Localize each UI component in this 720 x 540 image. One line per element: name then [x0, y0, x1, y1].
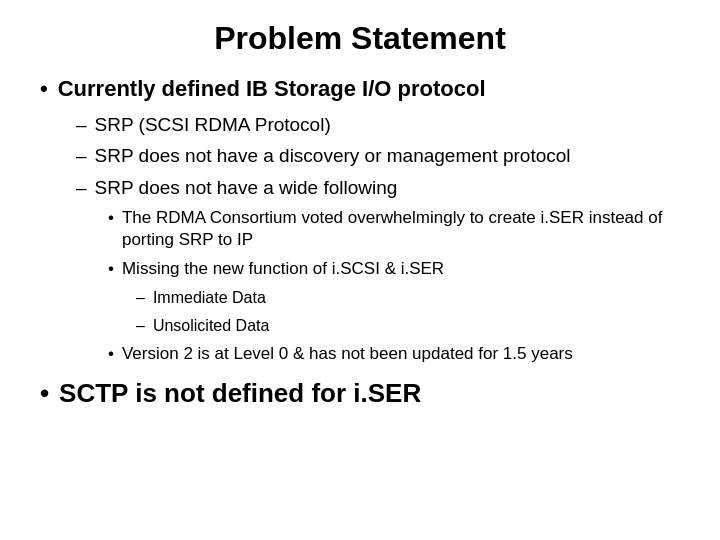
- dash-icon: –: [136, 315, 145, 337]
- list-item-text: Currently defined IB Storage I/O protoco…: [58, 75, 486, 104]
- list-item: – SRP (SCSI RDMA Protocol): [76, 112, 680, 138]
- list-item-text: The RDMA Consortium voted overwhelmingly…: [122, 207, 680, 253]
- list-item: • SCTP is not defined for i.SER: [40, 377, 680, 411]
- list-item-text: SCTP is not defined for i.SER: [59, 377, 421, 411]
- bullet-icon: •: [108, 258, 114, 281]
- list-item-text: SRP does not have a wide following: [95, 175, 398, 201]
- list-item: – SRP does not have a discovery or manag…: [76, 143, 680, 169]
- list-item-text: Immediate Data: [153, 287, 266, 309]
- list-item: – SRP does not have a wide following: [76, 175, 680, 201]
- list-item-text: Missing the new function of i.SCSI & i.S…: [122, 258, 444, 281]
- list-item: • Version 2 is at Level 0 & has not been…: [108, 343, 680, 366]
- slide-title: Problem Statement: [40, 20, 680, 57]
- dash-icon: –: [76, 112, 87, 138]
- list-item: – Unsolicited Data: [136, 315, 680, 337]
- list-item-text: SRP (SCSI RDMA Protocol): [95, 112, 331, 138]
- list-item: • Missing the new function of i.SCSI & i…: [108, 258, 680, 281]
- list-item-text: SRP does not have a discovery or managem…: [95, 143, 571, 169]
- dash-icon: –: [136, 287, 145, 309]
- bullet-icon: •: [108, 207, 114, 230]
- list-item: • Currently defined IB Storage I/O proto…: [40, 75, 680, 104]
- slide: Problem Statement • Currently defined IB…: [0, 0, 720, 540]
- list-item-text: Unsolicited Data: [153, 315, 270, 337]
- list-item-text: Version 2 is at Level 0 & has not been u…: [122, 343, 573, 366]
- bullet-icon: •: [40, 377, 49, 411]
- bullet-icon: •: [40, 75, 48, 104]
- bullet-icon: •: [108, 343, 114, 366]
- dash-icon: –: [76, 175, 87, 201]
- dash-icon: –: [76, 143, 87, 169]
- list-item: • The RDMA Consortium voted overwhelming…: [108, 207, 680, 253]
- slide-content: • Currently defined IB Storage I/O proto…: [40, 75, 680, 520]
- list-item: – Immediate Data: [136, 287, 680, 309]
